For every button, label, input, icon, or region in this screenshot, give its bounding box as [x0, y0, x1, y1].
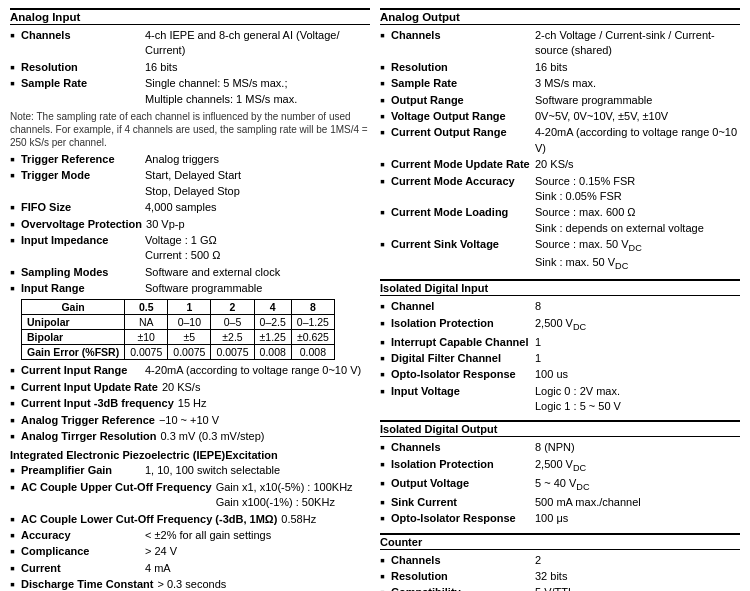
spec-value: Source : max. 600 ΩSink : depends on ext…: [535, 205, 740, 236]
bullet-icon: ▪: [380, 585, 388, 591]
spec-value: 500 mA max./channel: [535, 495, 740, 510]
spec-value: 1: [535, 351, 740, 366]
bullet-icon: ▪: [380, 476, 388, 491]
spec-value: 100 us: [535, 367, 740, 382]
spec-value: 4-ch IEPE and 8-ch general AI (Voltage/ …: [145, 28, 370, 59]
spec-value: Voltage : 1 GΩCurrent : 500 Ω: [145, 233, 370, 264]
spec-value: Source : 0.15% FSRSink : 0.05% FSR: [535, 174, 740, 205]
spec-label: Sampling Modes: [21, 265, 141, 280]
list-item: ▪ Isolation Protection 2,500 VDC: [380, 457, 740, 475]
spec-label: Channels: [391, 553, 531, 568]
spec-label: Sink Current: [391, 495, 531, 510]
list-item: ▪ Current Input -3dB frequency 15 Hz: [10, 396, 370, 411]
list-item: ▪ Current Mode Accuracy Source : 0.15% F…: [380, 174, 740, 205]
left-column: Analog Input ▪ Channels 4-ch IEPE and 8-…: [10, 8, 370, 591]
spec-label: Channels: [391, 440, 531, 455]
list-item: ▪ Channel 8: [380, 299, 740, 314]
bullet-icon: ▪: [380, 553, 388, 568]
bullet-icon: ▪: [380, 205, 388, 220]
spec-value: Software and external clock: [145, 265, 370, 280]
gain-cell: 0–2.5: [254, 315, 291, 330]
list-item: ▪ Discharge Time Constant > 0.3 seconds: [10, 577, 370, 591]
spec-value: > 0.3 seconds: [157, 577, 370, 591]
spec-value: 0V~5V, 0V~10V, ±5V, ±10V: [535, 109, 740, 124]
spec-label: Trigger Mode: [21, 168, 141, 183]
bullet-icon: ▪: [380, 93, 388, 108]
spec-value: 0.58Hz: [281, 512, 370, 527]
gain-row-label: Unipolar: [22, 315, 125, 330]
bullet-icon: ▪: [10, 76, 18, 91]
list-item: ▪ Output Range Software programmable: [380, 93, 740, 108]
gain-cell: ±5: [168, 330, 211, 345]
spec-value: 30 Vp-p: [146, 217, 370, 232]
list-item: ▪ Channels 8 (NPN): [380, 440, 740, 455]
bullet-icon: ▪: [380, 237, 388, 252]
bullet-icon: ▪: [380, 384, 388, 399]
bullet-icon: ▪: [380, 157, 388, 172]
spec-value: 100 μs: [535, 511, 740, 526]
spec-label: Input Range: [21, 281, 141, 296]
spec-label: Current Sink Voltage: [391, 237, 531, 252]
spec-label: Sample Rate: [391, 76, 531, 91]
gain-cell: ±10: [125, 330, 168, 345]
gain-header: 4: [254, 300, 291, 315]
list-item: ▪ Sample Rate 3 MS/s max.: [380, 76, 740, 91]
spec-label: Accuracy: [21, 528, 141, 543]
spec-label: Channels: [21, 28, 141, 43]
list-item: ▪ Analog Tirrger Resolution 0.3 mV (0.3 …: [10, 429, 370, 444]
spec-value: 32 bits: [535, 569, 740, 584]
list-item: ▪ AC Couple Upper Cut-Off Frequency Gain…: [10, 480, 370, 511]
list-item: ▪ Isolation Protection 2,500 VDC: [380, 316, 740, 334]
bullet-icon: ▪: [10, 544, 18, 559]
spec-value: Source : max. 50 VDCSink : max. 50 VDC: [535, 237, 740, 273]
spec-value: 4,000 samples: [145, 200, 370, 215]
gain-cell: 0.008: [254, 345, 291, 360]
spec-label: Opto-Isolator Response: [391, 367, 531, 382]
analog-output-specs: ▪ Channels 2-ch Voltage / Current-sink /…: [380, 28, 740, 273]
spec-label: Current Input Range: [21, 363, 141, 378]
spec-value: Software programmable: [145, 281, 370, 296]
list-item: ▪ Output Voltage 5 ~ 40 VDC: [380, 476, 740, 494]
spec-label: AC Couple Lower Cut-Off Frequency (-3dB,…: [21, 512, 277, 527]
list-item: ▪ Input Voltage Logic 0 : 2V max.Logic 1…: [380, 384, 740, 415]
gain-header: Gain: [22, 300, 125, 315]
spec-value: Software programmable: [535, 93, 740, 108]
spec-label: Input Impedance: [21, 233, 141, 248]
list-item: ▪ Channels 4-ch IEPE and 8-ch general AI…: [10, 28, 370, 59]
gain-row-label: Gain Error (%FSR): [22, 345, 125, 360]
spec-value: Gain x1, x10(-5%) : 100KHzGain x100(-1%)…: [216, 480, 370, 511]
bullet-icon: ▪: [10, 463, 18, 478]
iepe-title: Integrated Electronic Piezoelectric (IEP…: [10, 449, 370, 461]
spec-value: 8 (NPN): [535, 440, 740, 455]
spec-value: 2: [535, 553, 740, 568]
spec-value: 1: [535, 335, 740, 350]
gain-header: 8: [291, 300, 334, 315]
list-item: ▪ Input Impedance Voltage : 1 GΩCurrent …: [10, 233, 370, 264]
spec-label: Preamplifier Gain: [21, 463, 141, 478]
spec-label: Sample Rate: [21, 76, 141, 91]
spec-value: 2,500 VDC: [535, 316, 740, 334]
bullet-icon: ▪: [10, 380, 18, 395]
spec-label: Resolution: [391, 60, 531, 75]
gain-cell: ±2.5: [211, 330, 254, 345]
list-item: ▪ Trigger Mode Start, Delayed StartStop,…: [10, 168, 370, 199]
list-item: ▪ Current Input Update Rate 20 KS/s: [10, 380, 370, 395]
bullet-icon: ▪: [10, 480, 18, 495]
spec-label: Isolation Protection: [391, 316, 531, 331]
list-item: ▪ Input Range Software programmable: [10, 281, 370, 296]
bullet-icon: ▪: [380, 440, 388, 455]
list-item: ▪ Current Sink Voltage Source : max. 50 …: [380, 237, 740, 273]
list-item: ▪ Accuracy < ±2% for all gain settings: [10, 528, 370, 543]
spec-value: 16 bits: [535, 60, 740, 75]
list-item: ▪ Overvoltage Protection 30 Vp-p: [10, 217, 370, 232]
spec-value: −10 ~ +10 V: [159, 413, 370, 428]
gain-cell: 0.0075: [125, 345, 168, 360]
analog-input-title: Analog Input: [10, 8, 370, 25]
bullet-icon: ▪: [380, 351, 388, 366]
bullet-icon: ▪: [380, 495, 388, 510]
gain-header: 0.5: [125, 300, 168, 315]
bullet-icon: ▪: [380, 76, 388, 91]
bullet-icon: ▪: [10, 577, 18, 591]
gain-cell: 0–1.25: [291, 315, 334, 330]
spec-label: Input Voltage: [391, 384, 531, 399]
